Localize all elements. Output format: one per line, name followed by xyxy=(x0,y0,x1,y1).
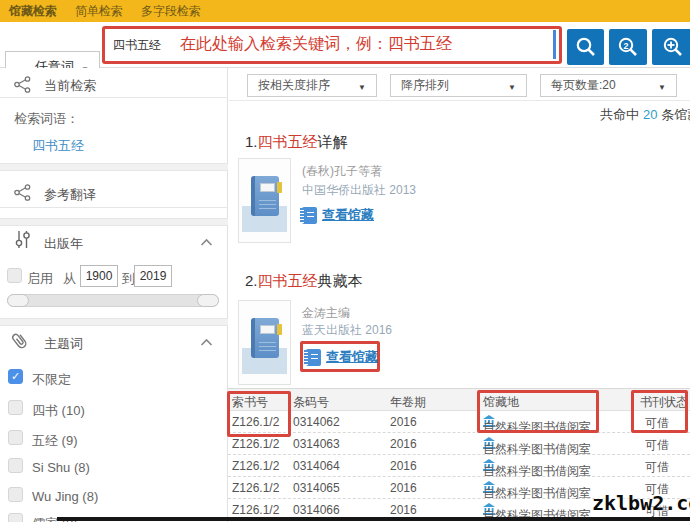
book-cover-thumbnail[interactable] xyxy=(238,158,291,243)
col-location: 馆藏地 xyxy=(483,394,519,411)
year-range-slider[interactable] xyxy=(7,294,219,307)
section-gap xyxy=(0,218,228,226)
result-index: 2. xyxy=(245,272,258,289)
magnifier-icon xyxy=(574,35,598,59)
section-gap xyxy=(0,163,228,171)
result-title-highlight: 四书五经 xyxy=(258,133,318,150)
year-slider-handle-right[interactable] xyxy=(197,294,219,307)
tab-multifield-search[interactable]: 多字段检索 xyxy=(141,0,201,22)
subject-label: 不限定 xyxy=(32,371,71,389)
divider xyxy=(0,97,228,98)
add-search-button[interactable] xyxy=(652,29,690,65)
sliders-icon xyxy=(15,230,31,249)
divider xyxy=(229,100,690,101)
tab-collection-search[interactable]: 馆藏检索 xyxy=(9,0,57,22)
status-badge: 可借 xyxy=(645,459,669,476)
subject-label: Si Shu (8) xyxy=(32,460,90,475)
page-size-dropdown[interactable]: 每页数量:20 xyxy=(540,74,677,97)
table-row: Z126.1/2 0314064 2016 自然科学图书借阅室 可借 xyxy=(228,455,690,477)
status-badge: 可借 xyxy=(645,415,669,432)
view-holdings-link[interactable]: 查看馆藏 xyxy=(306,348,378,366)
view-holdings-link[interactable]: 查看馆藏 xyxy=(302,206,374,224)
bookmark-tab-icon xyxy=(277,182,282,193)
subject-label: 四书 (10) xyxy=(32,402,85,420)
share-nodes-icon xyxy=(14,76,31,93)
result-title[interactable]: 1.四书五经详解 xyxy=(245,133,348,152)
table-row: Z126.1/2 0314063 2016 自然科学图书借阅室 可借 xyxy=(228,433,690,455)
barcode: 0314065 xyxy=(293,481,340,495)
subject-label: Wu Jing (8) xyxy=(32,489,98,504)
search-term-label: 检索词语： xyxy=(14,110,79,128)
year-to-input[interactable] xyxy=(134,265,172,287)
sort-by-dropdown[interactable]: 按相关度排序 xyxy=(247,74,377,97)
tab-simple-search[interactable]: 简单检索 xyxy=(75,0,123,22)
section-title-reference-translation: 参考翻译 xyxy=(44,186,96,204)
chevron-up-icon[interactable] xyxy=(200,238,213,247)
result-title-highlight: 四书五经 xyxy=(258,272,318,289)
svg-text:2: 2 xyxy=(623,41,628,51)
notebook-icon xyxy=(302,207,317,224)
chevron-up-icon[interactable] xyxy=(200,338,213,347)
chevron-down-icon xyxy=(508,79,516,93)
section-title-subjects: 主题词 xyxy=(44,335,83,353)
year: 2016 xyxy=(390,437,417,451)
result-title-rest: 典藏本 xyxy=(318,272,363,289)
col-call-number: 索书号 xyxy=(232,394,268,411)
book-icon xyxy=(251,318,279,358)
year-from-label: 从 xyxy=(63,270,76,288)
year-from-input[interactable] xyxy=(80,265,118,287)
subject-checkbox-sishu-py[interactable] xyxy=(8,458,23,473)
sort-order-value: 降序排列 xyxy=(401,77,449,94)
search-input[interactable] xyxy=(113,33,175,57)
view-holdings-label: 查看馆藏 xyxy=(326,348,378,366)
chevron-down-icon xyxy=(358,79,366,93)
watermark: zklbw2.com xyxy=(592,491,690,515)
result-index: 1. xyxy=(245,133,258,150)
result-publisher: 中国华侨出版社 2013 xyxy=(302,182,416,199)
year: 2016 xyxy=(390,481,417,495)
chevron-down-icon xyxy=(658,79,666,93)
search-button[interactable] xyxy=(567,29,604,65)
view-holdings-label: 查看馆藏 xyxy=(322,206,374,224)
page-size-value: 每页数量:20 xyxy=(551,77,616,94)
hits-count: 20 xyxy=(643,107,657,122)
subject-checkbox-wujing-py[interactable] xyxy=(8,487,23,502)
subject-label: 五经 (9) xyxy=(32,432,78,450)
year: 2016 xyxy=(390,415,417,429)
book-cover-thumbnail[interactable] xyxy=(238,300,291,385)
search-hint-annotation: 在此处输入检索关键词，例：四书五经 xyxy=(180,34,452,55)
result-title[interactable]: 2.四书五经典藏本 xyxy=(245,272,363,291)
notebook-icon xyxy=(306,349,321,366)
section-title-current-search: 当前检索 xyxy=(44,77,96,95)
magnifier-plus-icon xyxy=(661,35,685,59)
subject-checkbox-unlimited[interactable] xyxy=(8,369,23,384)
barcode: 0314066 xyxy=(293,503,340,517)
subject-checkbox-partial[interactable] xyxy=(8,513,23,522)
enable-year-filter-checkbox[interactable] xyxy=(7,268,22,283)
result-author: 金涛主编 xyxy=(302,305,350,322)
sort-by-value: 按相关度排序 xyxy=(258,77,330,94)
col-year: 年卷期 xyxy=(390,394,426,411)
share-nodes-icon xyxy=(14,184,31,201)
sort-order-dropdown[interactable]: 降序排列 xyxy=(390,74,527,97)
section-title-publish-year: 出版年 xyxy=(44,235,83,253)
table-row: Z126.1/2 0314062 2016 自然科学图书借阅室 可借 xyxy=(228,411,690,433)
call-number: Z126.1/2 xyxy=(232,415,279,429)
hits-summary: 共命中20条馆藏 xyxy=(600,106,690,124)
col-barcode: 条码号 xyxy=(293,394,329,411)
status-badge: 可借 xyxy=(645,437,669,454)
section-gap xyxy=(0,318,228,326)
call-number: Z126.1/2 xyxy=(232,437,279,451)
subject-checkbox-wujing-cn[interactable] xyxy=(8,430,23,445)
search-term-link[interactable]: 四书五经 xyxy=(32,137,84,155)
divider xyxy=(0,207,228,208)
holdings-table-header: 索书号 条码号 年卷期 馆藏地 书刊状态 xyxy=(228,388,690,411)
year-slider-handle-left[interactable] xyxy=(7,294,29,307)
bookmark-tab-icon xyxy=(277,324,282,335)
search-in-results-button[interactable]: 2 xyxy=(609,29,647,65)
year: 2016 xyxy=(390,503,417,517)
col-status: 书刊状态 xyxy=(640,394,688,411)
hits-prefix: 共命中 xyxy=(600,107,639,122)
subject-checkbox-sishu-cn[interactable] xyxy=(8,400,23,415)
year: 2016 xyxy=(390,459,417,473)
